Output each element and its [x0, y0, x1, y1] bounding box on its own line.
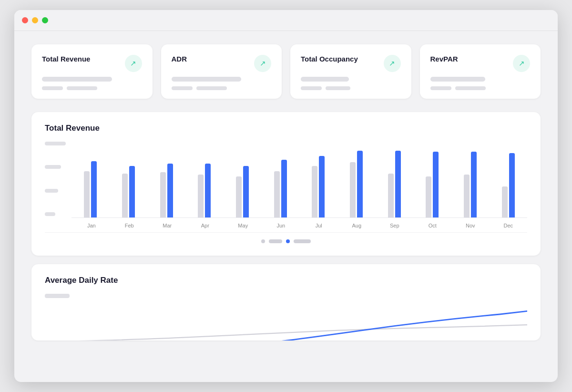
bar-gray-oct [426, 176, 431, 217]
bar-blue-jan [91, 161, 97, 217]
bar-blue-sep [395, 151, 401, 217]
adr-value-bar [45, 294, 70, 298]
kpi-card-header-occupancy: Total Occupancy ↗ [301, 55, 401, 72]
page-indicator-1[interactable] [261, 239, 265, 243]
bar-blue-feb [129, 166, 135, 217]
adr-chart-title: Average Daily Rate [45, 276, 527, 285]
close-button[interactable] [22, 17, 28, 23]
bar-group-dec [489, 142, 527, 217]
kpi-sub-row-4 [430, 86, 531, 90]
kpi-value-bar-4 [430, 77, 485, 82]
app-window: Total Revenue ↗ ADR ↗ [14, 10, 558, 382]
kpi-sub-bar-long-4 [455, 86, 486, 90]
bar-blue-jul [319, 156, 325, 217]
bar-gray-jan [84, 171, 90, 217]
bar-group-oct [413, 142, 451, 217]
x-label-mar: Mar [148, 223, 186, 228]
y-label-4 [45, 212, 55, 216]
x-label-aug: Aug [338, 223, 376, 228]
page-indicator-2[interactable] [269, 239, 282, 243]
bar-chart-container [45, 142, 527, 218]
kpi-arrow-btn-adr[interactable]: ↗ [254, 55, 271, 72]
bar-gray-feb [122, 174, 128, 217]
kpi-card-header-adr: ADR ↗ [172, 55, 272, 72]
x-label-may: May [224, 223, 262, 228]
kpi-sub-bar-long-2 [196, 86, 227, 90]
bar-group-jun [261, 142, 299, 217]
kpi-sub-row-1 [42, 86, 142, 90]
y-axis-labels [45, 142, 66, 218]
page-indicator-3[interactable] [286, 239, 290, 243]
kpi-arrow-btn-total-revenue[interactable]: ↗ [125, 55, 142, 72]
bar-blue-nov [471, 152, 477, 217]
kpi-sub-row-2 [172, 86, 272, 90]
kpi-card-header-revpar: RevPAR ↗ [430, 55, 531, 72]
bar-group-jan [72, 142, 110, 217]
kpi-sub-bar-long-3 [326, 86, 350, 90]
bar-group-aug [337, 142, 376, 217]
bar-gray-jul [312, 166, 317, 217]
bar-group-mar [147, 142, 185, 217]
kpi-card-total-occupancy: Total Occupancy ↗ [290, 44, 411, 99]
x-label-oct: Oct [414, 223, 452, 228]
kpi-sub-bar-short-2 [172, 86, 193, 90]
bar-group-feb [110, 142, 148, 217]
title-bar [14, 10, 558, 31]
pagination-row [45, 232, 527, 247]
bar-gray-sep [388, 174, 394, 217]
x-label-nov: Nov [451, 223, 490, 228]
bar-gray-may [236, 176, 242, 217]
line-chart-area [45, 305, 527, 340]
bar-group-jul [299, 142, 337, 217]
bar-chart-title: Total Revenue [45, 124, 527, 133]
kpi-arrow-btn-revpar[interactable]: ↗ [513, 55, 530, 72]
kpi-value-bar-2 [172, 77, 242, 82]
bars-grid [72, 142, 527, 218]
x-label-dec: Dec [490, 223, 528, 228]
bar-group-apr [185, 142, 224, 217]
bar-group-sep [375, 142, 413, 217]
kpi-card-revpar: RevPAR ↗ [420, 44, 541, 99]
x-axis-labels: JanFebMarAprMayJunJulAugSepOctNovDec [45, 223, 527, 228]
kpi-title-total-occupancy: Total Occupancy [301, 55, 358, 63]
bar-gray-nov [464, 175, 470, 217]
kpi-sub-bar-short-3 [301, 86, 322, 90]
bars-area [72, 142, 527, 218]
y-label-2 [45, 165, 61, 169]
page-indicator-4[interactable] [294, 239, 311, 243]
bar-blue-aug [357, 151, 363, 217]
kpi-arrow-btn-occupancy[interactable]: ↗ [384, 55, 401, 72]
kpi-card-header: Total Revenue ↗ [42, 55, 142, 72]
bar-group-nov [451, 142, 490, 217]
x-label-jun: Jun [262, 223, 300, 228]
bar-blue-apr [205, 164, 211, 217]
kpi-sub-bar-short-4 [430, 86, 451, 90]
minimize-button[interactable] [32, 17, 38, 23]
x-label-sep: Sep [376, 223, 414, 228]
x-label-apr: Apr [186, 223, 225, 228]
total-revenue-chart-section: Total Revenue JanFe [31, 112, 541, 256]
bar-blue-dec [509, 153, 515, 217]
bar-gray-aug [350, 162, 356, 217]
x-label-jan: Jan [72, 223, 111, 228]
kpi-card-total-revenue: Total Revenue ↗ [31, 44, 153, 99]
fullscreen-button[interactable] [42, 17, 48, 23]
kpi-title-adr: ADR [172, 55, 187, 63]
bar-blue-may [243, 166, 249, 217]
main-content: Total Revenue ↗ ADR ↗ [14, 31, 558, 354]
bar-blue-jun [281, 160, 287, 217]
bar-gray-apr [198, 175, 204, 217]
line-chart-svg [45, 305, 527, 340]
bar-blue-oct [433, 152, 439, 217]
bar-gray-mar [160, 172, 166, 217]
kpi-value-bar-3 [301, 77, 349, 82]
kpi-title-total-revenue: Total Revenue [42, 55, 90, 63]
kpi-sub-bar-long-1 [67, 86, 97, 90]
bar-blue-mar [167, 164, 173, 217]
kpi-title-revpar: RevPAR [430, 55, 458, 63]
y-label-1 [45, 142, 66, 145]
kpi-sub-bar-short-1 [42, 86, 63, 90]
kpi-cards-row: Total Revenue ↗ ADR ↗ [31, 44, 541, 99]
kpi-card-adr: ADR ↗ [161, 44, 282, 99]
kpi-sub-row-3 [301, 86, 401, 90]
